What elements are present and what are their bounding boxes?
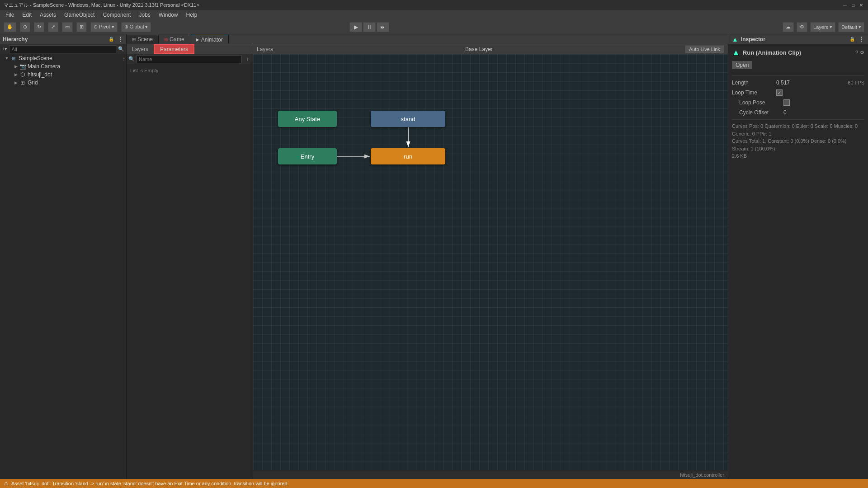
auto-live-link-button[interactable]: Auto Live Link <box>685 45 724 53</box>
status-bar: ⚠ Asset 'hitsuji_dot': Transition 'stand… <box>0 479 868 488</box>
tab-animator-label: Animator <box>201 37 223 43</box>
settings-icon[interactable]: ⚙ <box>860 50 864 56</box>
state-entry[interactable]: Entry <box>278 148 337 164</box>
state-run[interactable]: run <box>371 148 445 164</box>
state-any[interactable]: Any State <box>278 111 337 127</box>
status-message: Asset 'hitsuji_dot': Transition 'stand -… <box>11 481 288 486</box>
animator-nav: Layers <box>257 46 273 52</box>
hierarchy-add-icon: +▾ <box>2 46 7 52</box>
pause-button[interactable]: ⏸ <box>363 22 376 32</box>
params-tab-label: Parameters <box>160 46 188 52</box>
hierarchy-panel: Hierarchy 🔒 ⋮ +▾ 🔍 ▼ ⊞ SampleScene ⋮ ▶ 📷… <box>0 34 127 479</box>
hierarchy-search-icon[interactable]: 🔍 <box>118 46 124 52</box>
params-search-input[interactable] <box>137 55 242 63</box>
play-button[interactable]: ▶ <box>349 22 362 32</box>
inspector-lock-button[interactable]: 🔒 <box>849 36 856 43</box>
hand-tool-button[interactable]: ✋ <box>4 22 16 32</box>
clip-name: Run (Animation Clip) <box>743 49 801 56</box>
animator-parameters-tab[interactable]: Parameters <box>154 44 194 54</box>
hierarchy-main-camera[interactable]: ▶ 📷 Main Camera <box>0 62 126 70</box>
scene-options[interactable]: ⋮ <box>122 56 126 61</box>
loop-time-checkbox[interactable] <box>776 89 783 96</box>
animator-grid[interactable]: Any State Entry stand run <box>253 54 728 470</box>
expand-icon-grid: ▶ <box>13 80 19 85</box>
inspector-clip-header: ▲ Run (Animation Clip) ? ⚙ <box>732 48 864 57</box>
camera-icon: 📷 <box>19 63 26 70</box>
layers-tab-label: Layers <box>132 46 148 52</box>
menu-assets[interactable]: Assets <box>36 11 60 19</box>
hierarchy-search-input[interactable] <box>9 45 116 53</box>
curves-info-text: Curves Pos: 0 Quaternion: 0 Euler: 0 Sca… <box>732 122 864 137</box>
loop-pose-checkbox[interactable] <box>783 99 790 106</box>
tab-game[interactable]: ⊞ Game <box>159 35 190 44</box>
length-label: Length <box>732 80 773 86</box>
layout-dropdown[interactable]: Default▾ <box>838 22 864 32</box>
rotate-tool-button[interactable]: ↻ <box>34 22 44 32</box>
layers-dropdown[interactable]: Layers▾ <box>810 22 835 32</box>
length-row: Length 0.517 60 FPS <box>732 79 864 87</box>
title-bar: マニュアル - SampleScene - Windows, Mac, Linu… <box>0 0 868 10</box>
expand-icon-hitsuji: ▶ <box>13 72 19 77</box>
hierarchy-sample-scene[interactable]: ▼ ⊞ SampleScene ⋮ <box>0 54 126 62</box>
animator-layers-tab[interactable]: Layers <box>127 44 154 54</box>
menu-file[interactable]: File <box>2 11 18 19</box>
base-layer-label: Base Layer <box>465 46 493 52</box>
inspector-title: Inspector <box>741 36 765 42</box>
hierarchy-options-button[interactable]: ⋮ <box>116 36 123 43</box>
tab-animator[interactable]: ▶ Animator <box>190 35 229 44</box>
fps-label: 60 FPS <box>848 80 864 85</box>
state-stand[interactable]: stand <box>371 111 445 127</box>
search-icon: 🔍 <box>128 56 135 62</box>
hitsuji-icon: ⬡ <box>19 71 26 78</box>
center-area: ⊞ Scene ⊞ Game ▶ Animator Layers <box>127 34 728 479</box>
pivot-dropdown[interactable]: ⊙ Pivot▾ <box>90 22 118 32</box>
menu-window[interactable]: Window <box>155 11 182 19</box>
grid-label: Grid <box>28 80 38 86</box>
step-button[interactable]: ⏭ <box>377 22 389 32</box>
open-button[interactable]: Open <box>732 61 752 69</box>
params-add-button[interactable]: + <box>244 56 251 63</box>
menu-help[interactable]: Help <box>183 11 201 19</box>
inspector-header: ▲ Inspector 🔒 ⋮ <box>728 34 868 44</box>
loop-pose-row: Loop Pose <box>732 99 864 107</box>
hierarchy-actions: 🔒 ⋮ <box>108 36 123 43</box>
rect-tool-button[interactable]: ▭ <box>62 22 73 32</box>
expand-icon: ▼ <box>4 56 10 61</box>
cycle-offset-label: Cycle Offset <box>739 109 780 116</box>
animator-footer: hitsuji_dot.controller <box>253 470 728 479</box>
file-size-text: 2.6 KB <box>732 152 864 160</box>
menu-gameobject[interactable]: GameObject <box>61 11 98 19</box>
scale-tool-button[interactable]: ⤢ <box>48 22 58 32</box>
hierarchy-grid[interactable]: ▶ ⊞ Grid <box>0 79 126 87</box>
animator-sidebar: Layers Parameters 🔍 + List is Empty <box>127 44 253 479</box>
global-dropdown[interactable]: ⊕ Global▾ <box>121 22 151 32</box>
tabs-row: ⊞ Scene ⊞ Game ▶ Animator <box>127 34 728 44</box>
layers-breadcrumb: Layers <box>257 46 273 52</box>
inspector-title-row: ▲ Inspector <box>732 36 765 43</box>
hierarchy-lock-button[interactable]: 🔒 <box>108 36 115 43</box>
menu-bar: File Edit Assets GameObject Component Jo… <box>0 10 868 20</box>
menu-edit[interactable]: Edit <box>19 11 35 19</box>
tab-scene[interactable]: ⊞ Scene <box>127 35 159 44</box>
collab-button[interactable]: ☁ <box>783 22 794 32</box>
cycle-offset-row: Cycle Offset 0 <box>732 108 864 117</box>
play-controls: ▶ ⏸ ⏭ <box>349 22 389 32</box>
title-text: マニュアル - SampleScene - Windows, Mac, Linu… <box>4 2 199 9</box>
main-layout: Hierarchy 🔒 ⋮ +▾ 🔍 ▼ ⊞ SampleScene ⋮ ▶ 📷… <box>0 34 868 479</box>
help-icon[interactable]: ? <box>855 50 858 56</box>
hierarchy-hitsuji-dot[interactable]: ▶ ⬡ hitsuji_dot <box>0 70 126 79</box>
menu-jobs[interactable]: Jobs <box>135 11 154 19</box>
minimize-button[interactable]: ─ <box>842 2 848 8</box>
animator-area: Layers Parameters 🔍 + List is Empty <box>127 44 728 479</box>
tab-game-label: Game <box>170 36 184 42</box>
move-tool-button[interactable]: ⊕ <box>20 22 30 32</box>
maximize-button[interactable]: □ <box>850 2 856 8</box>
account-button[interactable]: ⚙ <box>797 22 807 32</box>
params-list-empty: List is Empty <box>127 64 253 77</box>
inspector-options-button[interactable]: ⋮ <box>857 36 864 43</box>
close-button[interactable]: ✕ <box>858 2 864 8</box>
cycle-offset-value: 0 <box>783 109 864 116</box>
animator-tab-icon: ▶ <box>196 37 199 42</box>
menu-component[interactable]: Component <box>99 11 134 19</box>
transform-tool-button[interactable]: ⊞ <box>76 22 87 32</box>
